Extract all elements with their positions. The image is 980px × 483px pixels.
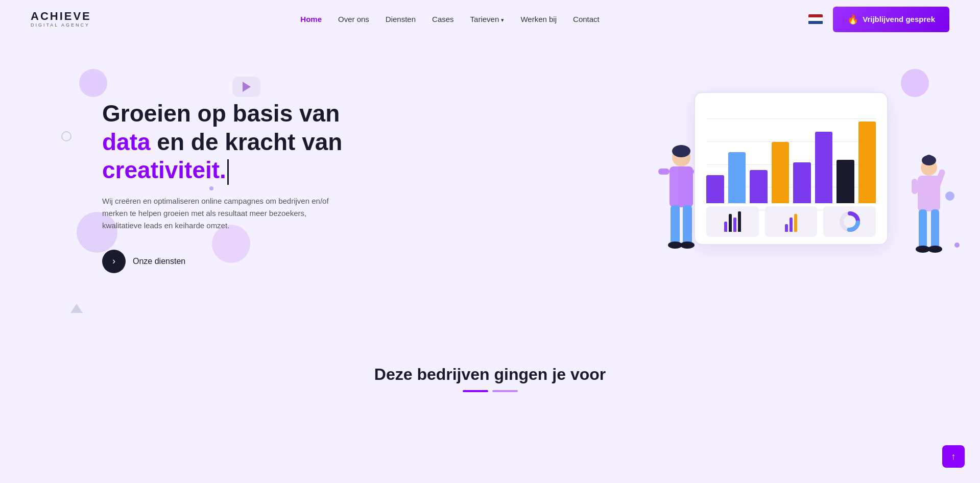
- nav-item-contact[interactable]: Contact: [573, 15, 600, 24]
- svg-rect-2: [670, 166, 693, 207]
- play-icon: [243, 82, 251, 92]
- mini-bar: [785, 224, 788, 232]
- nav-link-tarieven[interactable]: Tarieven ▾: [470, 15, 505, 23]
- flag-white-stripe: [808, 17, 823, 21]
- mini-bar-chart-2: [785, 211, 797, 232]
- mini-bar: [790, 218, 793, 232]
- deco-purple-circle: [79, 69, 107, 97]
- language-flag[interactable]: [808, 14, 823, 25]
- chart-bars: [706, 111, 876, 203]
- svg-point-1: [672, 145, 690, 157]
- donut-svg: [839, 210, 861, 233]
- widget-donut: [823, 206, 876, 237]
- flag-red-stripe: [808, 14, 823, 18]
- cta-nav-label: Vrijblijvend gesprek: [863, 15, 935, 23]
- person-right-figure: [909, 153, 949, 286]
- bottom-section: Deze bedrijven gingen je voor: [0, 345, 980, 402]
- bottom-heading: Deze bedrijven gingen je voor: [0, 365, 980, 384]
- nav-right: 🔥 Vrijblijvend gesprek: [808, 7, 949, 32]
- hero-description: Wij creëren en optimaliseren online camp…: [102, 195, 332, 232]
- dashboard-card: [694, 92, 888, 245]
- nav-link-werkenbij[interactable]: Werken bij: [520, 15, 557, 23]
- nav-item-overons[interactable]: Over ons: [338, 15, 369, 24]
- nav-item-diensten[interactable]: Diensten: [386, 15, 416, 24]
- navbar: ACHIEVE DIGITAL AGENCY Home Over ons Die…: [0, 0, 980, 38]
- hero-heading-line2: en de kracht van: [151, 129, 343, 155]
- cta-nav-button[interactable]: 🔥 Vrijblijvend gesprek: [833, 7, 949, 32]
- svg-point-18: [916, 246, 930, 253]
- chart-bar: [772, 142, 790, 203]
- svg-rect-3: [671, 205, 680, 246]
- mini-bar-chart-1: [724, 211, 741, 232]
- hero-cta-link[interactable]: › Onze diensten: [102, 250, 342, 273]
- nav-links: Home Over ons Diensten Cases Tarieven ▾ …: [300, 15, 599, 24]
- nav-item-tarieven[interactable]: Tarieven ▾: [470, 15, 505, 24]
- nav-link-home[interactable]: Home: [300, 15, 322, 23]
- svg-point-19: [928, 246, 942, 253]
- deco-triangle: [70, 304, 83, 313]
- hero-illustration: [694, 92, 909, 281]
- nav-item-werkenbij[interactable]: Werken bij: [520, 15, 557, 24]
- hero-heading-line3: creativiteit.: [102, 157, 226, 183]
- svg-rect-4: [683, 205, 692, 246]
- mini-bar: [724, 222, 727, 232]
- float-video-icon: [232, 77, 260, 97]
- mini-bar: [794, 214, 797, 232]
- hero-cta-circle: ›: [102, 250, 126, 273]
- widget-mini-bar-2: [765, 206, 818, 237]
- underline-bar-1: [463, 390, 488, 392]
- svg-point-5: [668, 242, 682, 249]
- hero-heading: Groeien op basis van data en de kracht v…: [102, 100, 342, 184]
- hero-text-block: Groeien op basis van data en de kracht v…: [102, 100, 342, 273]
- nav-item-home[interactable]: Home: [300, 15, 322, 24]
- chart-bar: [706, 175, 724, 203]
- underline-bar-2: [492, 390, 518, 392]
- hero-section: Groeien op basis van data en de kracht v…: [0, 38, 980, 345]
- nav-item-cases[interactable]: Cases: [432, 15, 454, 24]
- chart-bar: [728, 152, 746, 203]
- svg-rect-21: [912, 179, 918, 194]
- text-cursor: [227, 159, 229, 185]
- scroll-top-button[interactable]: ↑: [942, 445, 965, 468]
- nav-link-cases[interactable]: Cases: [432, 15, 454, 23]
- chart-bar: [793, 162, 811, 203]
- nav-link-contact[interactable]: Contact: [573, 15, 600, 23]
- hero-heading-line1: Groeien op basis van: [102, 100, 340, 127]
- svg-rect-16: [919, 209, 927, 250]
- chart-bar: [750, 170, 768, 203]
- flag-blue-stripe: [808, 21, 823, 25]
- mini-bar: [733, 218, 736, 232]
- deco-right-sm: [954, 243, 960, 248]
- logo-sub: DIGITAL AGENCY: [31, 23, 90, 28]
- logo-name: ACHIEVE: [31, 11, 91, 22]
- chart-bar: [858, 122, 876, 203]
- nav-link-overons[interactable]: Over ons: [338, 15, 369, 23]
- underline-deco: [0, 390, 980, 392]
- arrow-right-icon: ›: [112, 256, 115, 267]
- dash-bottom-widgets: [706, 206, 876, 237]
- nav-link-diensten[interactable]: Diensten: [386, 15, 416, 23]
- dropdown-arrow: ▾: [501, 17, 504, 23]
- svg-point-6: [680, 242, 695, 249]
- chart-bar: [836, 160, 854, 203]
- hero-cta-label: Onze diensten: [133, 257, 185, 266]
- logo[interactable]: ACHIEVE DIGITAL AGENCY: [31, 11, 91, 28]
- deco-circle-outline: [61, 131, 71, 141]
- svg-rect-7: [658, 168, 670, 175]
- scroll-top-icon: ↑: [951, 451, 956, 462]
- fire-icon: 🔥: [847, 14, 858, 25]
- svg-point-14: [925, 155, 933, 162]
- chart-bar: [815, 132, 833, 203]
- mini-bar: [738, 211, 741, 232]
- hero-heading-highlight: data: [102, 129, 151, 155]
- svg-rect-17: [931, 209, 939, 250]
- widget-mini-bar: [706, 206, 759, 237]
- mini-bar: [729, 214, 732, 232]
